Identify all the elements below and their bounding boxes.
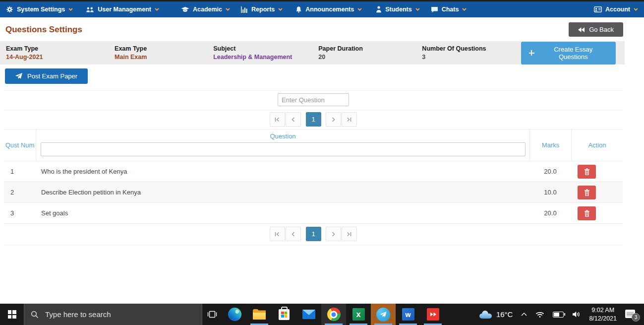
chevron-down-icon — [155, 8, 159, 11]
microsoft-store-icon — [279, 309, 290, 320]
pagination-first-button[interactable] — [270, 112, 285, 127]
bottom-pagination-row: 1 — [4, 224, 623, 245]
nav-label: Announcements — [305, 6, 354, 13]
chevron-down-icon — [462, 8, 467, 11]
column-header-qust-num[interactable]: Qust Num — [4, 130, 36, 161]
paper-plane-icon — [380, 312, 387, 318]
delete-question-button[interactable] — [578, 186, 596, 199]
action-center-button[interactable]: 3 — [625, 310, 638, 320]
nav-announcements[interactable]: Announcements — [295, 6, 362, 13]
column-header-marks[interactable]: Marks — [529, 130, 571, 161]
first-page-icon — [275, 232, 280, 237]
wifi-icon[interactable] — [535, 311, 544, 318]
nav-label: System Settings — [17, 6, 65, 13]
question-column-filter-input[interactable] — [41, 142, 526, 156]
field-label: Exam Type — [115, 45, 213, 52]
taskbar-app-word[interactable]: w — [396, 304, 420, 325]
taskbar-app-edge[interactable] — [222, 304, 247, 325]
taskbar-clock[interactable]: 9:02 AM 8/12/2021 — [589, 306, 617, 323]
go-back-button[interactable]: Go Back — [569, 22, 623, 37]
marks-cell: 10.0 — [529, 189, 571, 196]
task-view-button[interactable] — [202, 304, 222, 325]
task-view-icon — [207, 310, 217, 319]
column-header-question[interactable]: Question — [36, 130, 529, 161]
marks-cell: 20.0 — [529, 168, 571, 175]
nav-students[interactable]: Students — [376, 6, 419, 13]
pagination-next-button[interactable] — [326, 227, 341, 241]
excel-letter: x — [356, 310, 361, 319]
word-icon: w — [402, 308, 414, 321]
taskbar-app-mail[interactable] — [296, 304, 321, 325]
pagination-last-button[interactable] — [342, 227, 357, 241]
post-button-label: Post Exam Paper — [27, 72, 77, 80]
red-diamond-app-icon — [427, 308, 439, 321]
taskbar-app-file-explorer[interactable] — [247, 304, 272, 325]
first-page-icon — [275, 117, 280, 122]
marks-cell: 20.0 — [529, 209, 571, 217]
pagination-prev-button[interactable] — [286, 227, 301, 241]
question-header-label: Question — [270, 132, 295, 140]
pagination-last-button[interactable] — [342, 112, 357, 127]
pagination-prev-button[interactable] — [286, 112, 301, 127]
windows-taskbar: x w 16°C 9:02 AM 8/12/2021 3 — [0, 304, 644, 325]
question-search-input[interactable] — [278, 93, 349, 106]
create-essay-questions-button[interactable]: Create Essay Questions — [521, 42, 616, 65]
mail-icon — [302, 310, 315, 319]
taskbar-app-store[interactable] — [272, 304, 296, 325]
field-value: 14-Aug-2021 — [6, 54, 115, 61]
question-number-cell: 2 — [4, 189, 36, 196]
title-row: Questions Settings Go Back — [0, 17, 644, 41]
taskbar-search[interactable] — [24, 304, 202, 325]
delete-question-button[interactable] — [578, 206, 596, 220]
nav-system-settings[interactable]: System Settings — [6, 6, 73, 13]
pagination-page-1[interactable]: 1 — [306, 227, 321, 241]
delete-question-button[interactable] — [578, 165, 596, 179]
clock-date: 8/12/2021 — [589, 315, 617, 323]
edge-icon — [228, 308, 241, 321]
speaker-icon[interactable] — [572, 311, 581, 318]
pagination-next-button[interactable] — [326, 112, 341, 127]
post-exam-paper-button[interactable]: Post Exam Paper — [5, 68, 88, 84]
table-header-row: Qust Num Question Marks Action — [4, 129, 623, 161]
pagination-first-button[interactable] — [270, 227, 285, 241]
table-row: 1 Who is the president of Kenya 20.0 — [4, 161, 623, 182]
taskbar-search-input[interactable] — [44, 310, 190, 319]
excel-icon: x — [352, 308, 365, 321]
windows-logo-icon — [8, 310, 16, 319]
battery-icon[interactable] — [553, 312, 564, 318]
chevron-down-icon — [634, 8, 638, 11]
student-icon — [376, 6, 382, 13]
taskbar-app-excel[interactable]: x — [346, 304, 371, 325]
question-text-cell: Set goals — [36, 209, 529, 217]
last-page-icon — [347, 232, 351, 237]
chevron-up-icon[interactable] — [521, 313, 527, 316]
nav-chats[interactable]: Chats — [431, 6, 467, 13]
top-pagination-row: 1 — [4, 110, 623, 129]
nav-reports[interactable]: Reports — [241, 6, 283, 13]
nav-account[interactable]: Account — [594, 6, 638, 13]
weather-widget[interactable]: 16°C — [479, 310, 513, 319]
pagination: 1 — [270, 227, 357, 241]
chevron-right-icon — [332, 232, 335, 237]
taskbar-app-telegram[interactable] — [371, 304, 396, 325]
field-label: Exam Type — [6, 45, 115, 52]
main-navbar: System Settings User Management Academic… — [0, 1, 644, 17]
exam-info-field: Number Of Questions 3 — [422, 45, 521, 61]
taskbar-app-red[interactable] — [420, 304, 445, 325]
exam-info-field: Paper Duration 20 — [318, 45, 422, 61]
chevron-right-icon — [332, 117, 335, 122]
exam-info-field: Exam Type Main Exam — [115, 45, 213, 61]
questions-panel: 1 Qust Num Question Marks Action 1 Who i… — [4, 90, 623, 245]
start-button[interactable] — [0, 304, 24, 325]
nav-user-management[interactable]: User Management — [86, 6, 159, 13]
post-row: Post Exam Paper — [5, 68, 644, 84]
field-label: Subject — [213, 45, 318, 52]
trash-icon — [584, 189, 590, 196]
exam-info-bar: Exam Type 14-Aug-2021 Exam Type Main Exa… — [0, 41, 625, 65]
taskbar-app-chrome[interactable] — [321, 304, 346, 325]
chat-bubble-icon — [431, 6, 438, 13]
question-text-cell: Describe Election petition in Kenya — [36, 189, 529, 196]
field-value: Main Exam — [115, 54, 213, 61]
pagination-page-1[interactable]: 1 — [306, 112, 321, 127]
nav-academic[interactable]: Academic — [181, 6, 230, 13]
